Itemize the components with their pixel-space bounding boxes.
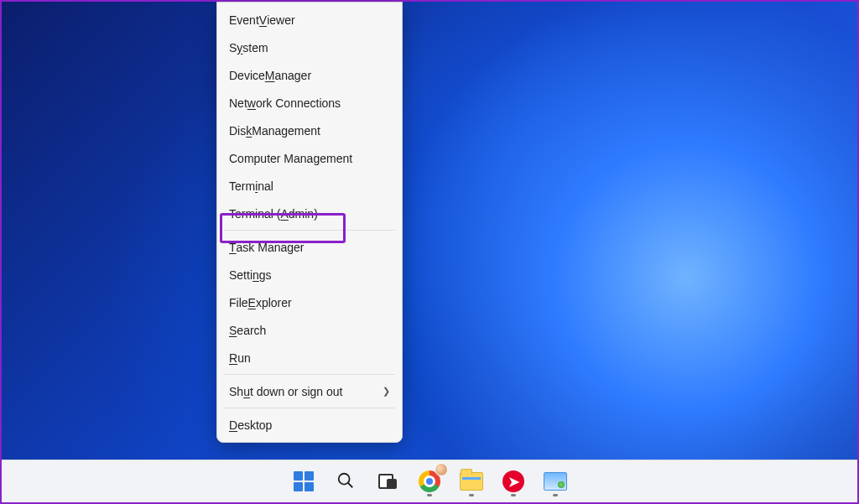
menu-item-accelerator: A: [280, 207, 288, 221]
menu-item-text: Dis: [229, 124, 246, 138]
menu-item-text: Sh: [229, 385, 243, 398]
menu-item-text: stem: [242, 41, 268, 55]
menu-item-text: Terminal (: [229, 207, 280, 221]
menu-item-accelerator: n: [252, 268, 259, 282]
menu-separator: [224, 230, 395, 231]
menu-item-text: Net: [229, 96, 247, 110]
menu-item-accelerator: T: [229, 241, 237, 254]
menu-item[interactable]: Network Connections: [217, 89, 402, 117]
menu-item-text: un: [237, 351, 251, 365]
menu-item-text: t down or sign out: [250, 385, 343, 398]
menu-item[interactable]: System: [217, 34, 402, 61]
menu-item[interactable]: Terminal: [217, 172, 402, 200]
menu-item-accelerator: w: [247, 96, 256, 110]
menu-item[interactable]: Run: [217, 344, 402, 372]
menu-item-accelerator: V: [259, 13, 267, 27]
taskbar-search-button[interactable]: [329, 465, 362, 498]
menu-item-text: Computer Mana: [229, 152, 313, 165]
menu-item[interactable]: Terminal (Admin): [217, 200, 402, 227]
profile-badge-icon: [435, 463, 448, 476]
menu-item[interactable]: Task Manager: [217, 233, 402, 261]
arrow-circle-icon: ➤: [502, 470, 524, 492]
control-panel-icon: [544, 472, 567, 491]
menu-item-accelerator: y: [237, 41, 242, 55]
menu-item-text: anager: [274, 69, 311, 82]
start-button[interactable]: [287, 465, 320, 498]
menu-item[interactable]: Computer Management: [217, 144, 402, 172]
menu-item-text: Device: [229, 69, 265, 82]
menu-item[interactable]: Settings: [217, 261, 402, 288]
menu-item[interactable]: Event Viewer: [217, 6, 402, 34]
winx-context-menu: Event ViewerSystemDevice ManagerNetwork …: [216, 2, 403, 443]
menu-item[interactable]: Desktop: [217, 411, 402, 439]
menu-item-text: dmin): [289, 207, 318, 221]
menu-item[interactable]: Device Manager: [217, 61, 402, 89]
taskbar-app-explorer[interactable]: [455, 465, 488, 498]
menu-item-text: ork Connections: [256, 96, 341, 110]
menu-separator: [224, 408, 395, 408]
menu-item-text: gs: [259, 268, 272, 282]
menu-item-text: iewer: [267, 13, 294, 27]
taskbar-app-chrome[interactable]: [413, 465, 446, 498]
menu-item[interactable]: File Explorer: [217, 288, 402, 316]
menu-item-text: esktop: [237, 418, 272, 432]
menu-item-accelerator: k: [246, 124, 252, 138]
task-view-button[interactable]: [371, 465, 404, 498]
menu-item-accelerator: g: [313, 152, 320, 165]
menu-item-text: Setti: [229, 268, 252, 282]
menu-item-text: nal: [258, 179, 273, 193]
menu-item-text: Term: [229, 179, 255, 193]
svg-point-1: [339, 473, 350, 484]
taskbar-app-red[interactable]: ➤: [497, 465, 530, 498]
chevron-right-icon: ❯: [383, 386, 390, 397]
menu-item-text: Management: [252, 124, 320, 138]
taskbar: ➤: [2, 460, 857, 502]
menu-item-accelerator: u: [243, 385, 250, 398]
menu-item-text: Event: [229, 13, 259, 27]
menu-separator: [224, 374, 395, 375]
menu-item-text: S: [229, 41, 237, 55]
desktop-wallpaper: [2, 2, 857, 502]
menu-item[interactable]: Search: [217, 316, 402, 344]
menu-item[interactable]: Disk Management: [217, 117, 402, 144]
windows-icon: [294, 471, 314, 491]
menu-item-accelerator: E: [248, 296, 256, 309]
menu-item-accelerator: S: [229, 324, 237, 337]
taskbar-app-controlpanel[interactable]: [539, 465, 572, 498]
svg-line-2: [348, 482, 353, 487]
menu-item-accelerator: R: [229, 351, 237, 365]
menu-item-text: ement: [320, 152, 352, 165]
search-icon: [336, 471, 355, 492]
menu-item-text: xplorer: [256, 296, 292, 309]
menu-item-accelerator: D: [229, 418, 237, 432]
menu-item-text: File: [229, 296, 248, 309]
menu-item-accelerator: M: [265, 69, 275, 82]
task-view-icon: [378, 474, 397, 489]
menu-item[interactable]: Shut down or sign out❯: [217, 377, 402, 405]
menu-item-text: ask Manager: [237, 241, 305, 254]
folder-icon: [460, 472, 483, 491]
menu-item-text: earch: [237, 324, 266, 337]
